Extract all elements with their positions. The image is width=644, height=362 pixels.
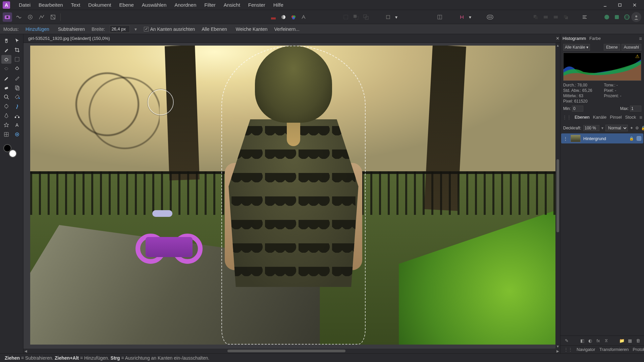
account-button[interactable] — [631, 12, 641, 22]
window-close-button[interactable] — [628, 1, 641, 9]
layer-fx-button[interactable]: ✦ — [630, 125, 633, 131]
pen-tool[interactable] — [1, 111, 11, 120]
color-swatches[interactable] — [3, 144, 17, 158]
menu-window[interactable]: Fenster — [244, 1, 269, 9]
scroll-down-arrow[interactable]: ▼ — [555, 344, 560, 349]
layer-thumbnail[interactable] — [571, 135, 581, 142]
persona-develop-button[interactable] — [25, 12, 35, 22]
clipping-warning-icon[interactable]: ⚠ — [635, 54, 640, 59]
color-picker-tool[interactable] — [1, 46, 11, 54]
snapping-toggle-button[interactable] — [458, 13, 466, 21]
histogram-panel-menu-icon[interactable]: ≡ — [639, 36, 642, 41]
edit-layer-button[interactable]: ✎ — [563, 337, 570, 344]
layer-visibility-icon[interactable]: ⋮ — [563, 136, 568, 141]
vertical-scrollbar[interactable]: ▲ ▼ — [555, 43, 560, 349]
layer-item-background[interactable]: ⋮ Hintergrund 🔒 — [561, 133, 643, 143]
pixel-tool[interactable] — [12, 74, 22, 82]
stock-tab[interactable]: Stock — [625, 115, 636, 120]
erase-tool[interactable] — [1, 83, 11, 92]
arrange-forward-button[interactable] — [551, 13, 560, 21]
canvas-viewport[interactable]: ▲ ▼ — [23, 43, 560, 349]
sources-tool[interactable] — [12, 130, 22, 139]
persona-photo-button[interactable] — [3, 12, 12, 22]
arrange-back-button[interactable] — [531, 13, 540, 21]
histogram-tab[interactable]: Histogramm — [562, 36, 586, 41]
vertical-scroll-thumb[interactable] — [556, 159, 559, 233]
horizontal-scroll-thumb[interactable] — [227, 350, 345, 352]
max-input[interactable] — [630, 106, 641, 112]
node-tool[interactable] — [12, 111, 22, 120]
opacity-dropdown-arrow[interactable]: ▾ — [601, 126, 603, 130]
width-dropdown-arrow[interactable]: ▾ — [135, 26, 139, 32]
menu-text[interactable]: Text — [67, 1, 85, 9]
stock-button-1[interactable] — [602, 13, 611, 21]
histogram-layer-button[interactable]: Ebene — [604, 44, 620, 51]
mode-add-toggle[interactable]: Hinzufügen — [23, 26, 51, 33]
move-tool[interactable] — [12, 36, 22, 45]
scroll-right-arrow[interactable]: ▶ — [555, 349, 560, 353]
fill-tool[interactable] — [12, 93, 22, 101]
navigator-tab[interactable]: Navigator — [577, 347, 595, 352]
adjustment-layer-button[interactable]: ◐ — [587, 337, 594, 344]
flood-select-tool[interactable] — [12, 64, 22, 73]
transform-tab[interactable]: Transformieren — [599, 347, 629, 352]
min-input[interactable] — [572, 106, 583, 112]
mesh-warp-tool[interactable] — [1, 130, 11, 139]
menu-filter[interactable]: Filter — [200, 1, 219, 9]
menu-arrange[interactable]: Anordnen — [170, 1, 200, 9]
all-layers-toggle[interactable]: Alle Ebenen — [200, 26, 229, 33]
channels-tab[interactable]: Kanäle — [593, 115, 606, 120]
arrange-front-button[interactable] — [561, 13, 570, 21]
dodge-tool[interactable] — [1, 102, 11, 111]
scroll-left-arrow[interactable]: ◀ — [23, 349, 28, 353]
layers-panel-menu-icon[interactable]: ≡ — [639, 114, 642, 120]
select-intersect-button[interactable] — [362, 13, 370, 21]
persona-tonemap-button[interactable] — [37, 12, 46, 22]
marquee-tool[interactable] — [12, 55, 22, 64]
auto-levels-button[interactable] — [269, 13, 278, 21]
scroll-up-arrow[interactable]: ▲ — [555, 43, 560, 48]
menu-document[interactable]: Dokument — [84, 1, 115, 9]
layer-name-label[interactable]: Hintergrund — [583, 136, 627, 141]
menu-file[interactable]: Datei — [15, 1, 35, 9]
menu-view[interactable]: Ansicht — [220, 1, 244, 9]
layer-settings-button[interactable]: ⚙ — [635, 125, 639, 131]
zoom-tool[interactable] — [1, 93, 11, 101]
select-new-button[interactable] — [341, 13, 350, 21]
document-tab-close[interactable]: ✕ — [555, 36, 560, 41]
persona-liquify-button[interactable] — [14, 12, 23, 22]
snapping-dropdown[interactable]: ▾ — [468, 13, 472, 21]
snap-edges-checkbox[interactable]: ✓An Kanten ausrichten — [144, 26, 195, 32]
window-minimize-button[interactable] — [598, 1, 612, 9]
channel-dropdown[interactable]: Alle Kanäle ▾ — [563, 44, 590, 51]
quickmask-button[interactable] — [384, 13, 392, 21]
group-layer-button[interactable]: 📁 — [619, 337, 625, 344]
crop-ratio-button[interactable] — [435, 13, 444, 21]
layer-visible-checkbox[interactable] — [637, 136, 641, 141]
color-tab[interactable]: Farbe — [589, 36, 601, 41]
persona-export-button[interactable] — [48, 12, 58, 22]
assistant-button[interactable] — [486, 13, 494, 21]
menu-help[interactable]: Hilfe — [269, 1, 287, 9]
nav-panel-grip-icon[interactable]: ⋮⋮ — [564, 347, 573, 352]
foreground-color-swatch[interactable] — [9, 149, 17, 158]
auto-contrast-button[interactable] — [279, 13, 288, 21]
align-button[interactable] — [580, 13, 589, 21]
width-input[interactable] — [110, 25, 130, 33]
layer-lock-button[interactable]: 🔒 — [641, 125, 644, 131]
paint-brush-tool[interactable] — [1, 74, 11, 82]
fx-layer-button[interactable]: fx — [595, 337, 602, 344]
soft-edges-toggle[interactable]: Weiche Kanten — [234, 26, 270, 33]
brushes-tab[interactable]: Pinsel — [610, 115, 622, 120]
window-maximize-button[interactable] — [613, 1, 627, 9]
menu-edit[interactable]: Bearbeiten — [35, 1, 67, 9]
auto-white-balance-button[interactable] — [299, 13, 308, 21]
live-filter-button[interactable]: ⧖ — [603, 337, 610, 344]
blend-mode-dropdown[interactable]: Normal — [605, 125, 628, 131]
quickmask-dropdown[interactable]: ▾ — [394, 13, 398, 21]
delete-layer-button[interactable]: 🗑 — [635, 337, 641, 344]
canvas-image[interactable] — [30, 46, 557, 345]
select-add-button[interactable] — [352, 13, 360, 21]
add-pixel-layer-button[interactable]: ▦ — [627, 337, 633, 344]
smudge-tool[interactable] — [12, 102, 22, 111]
